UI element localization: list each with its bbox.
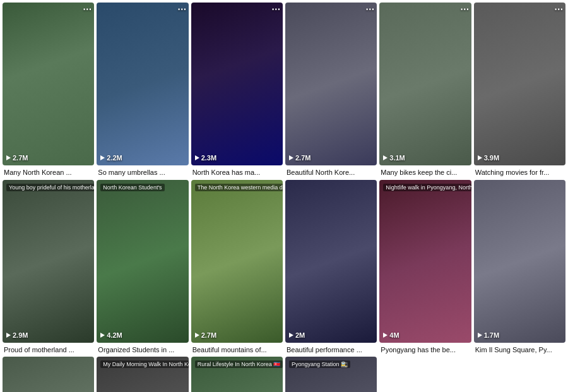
video-thumbnail: Pyongyang Station 🚉1.1M (285, 357, 377, 392)
more-button[interactable]: ⋯ (271, 5, 280, 14)
video-thumbnail: ⋯2.3M (191, 3, 283, 165)
view-count-text: 2.7M (295, 154, 311, 162)
video-title: Watching movies for fr... (474, 168, 565, 177)
video-title: Kim Il Sung Square, Py... (474, 345, 565, 354)
view-count-text: 2.3M (201, 154, 216, 162)
play-icon (383, 155, 388, 160)
view-count-text: 2.7M (201, 331, 216, 339)
video-item[interactable]: Nightlife walk in Pyongyang, North Korea… (379, 180, 471, 355)
overlay-text: Nightlife walk in Pyongyang, North Korea… (383, 184, 471, 191)
video-item[interactable]: My Daily Morning Walk In North Korea 😊45… (97, 357, 188, 392)
video-item[interactable]: ⋯2.7MMany North Korean ... (3, 3, 94, 177)
video-title: Beautiful North Kore... (285, 168, 377, 177)
play-icon (478, 333, 482, 338)
view-count-text: 4.2M (107, 331, 122, 339)
video-item[interactable]: ⋯3.9MWatching movies for fr... (474, 3, 565, 177)
overlay-text: North Korean Student's (100, 184, 164, 191)
video-thumbnail: The North Korea western media doesn't sh… (191, 180, 283, 343)
overlay-text: Pyongyang Station 🚉 (289, 360, 350, 368)
video-thumbnail: ⋯3.1M (379, 3, 471, 165)
play-icon (100, 333, 105, 338)
video-item[interactable]: 1.7MKim Il Sung Square, Py... (474, 180, 565, 355)
video-item[interactable]: ⋯2.2MSo many umbrellas ... (97, 3, 188, 177)
video-item[interactable]: Rural Lifestyle In North Korea 🇰🇵2.2MBea… (191, 357, 283, 392)
video-thumbnail: ⋯3.9M (474, 3, 565, 165)
view-count: 2.3M (195, 154, 216, 162)
video-item[interactable]: Pyongyang Station 🚉1.1MPyongyang station… (285, 357, 377, 392)
play-icon (195, 155, 199, 160)
video-item[interactable]: Young boy prideful of his motherland!2.9… (3, 180, 94, 355)
video-thumbnail: Young boy prideful of his motherland!2.9… (3, 180, 94, 343)
video-thumbnail: 2M (285, 180, 377, 343)
view-count: 3.1M (383, 154, 405, 162)
video-title: Beautiful performance ... (285, 345, 377, 354)
view-count: 2.9M (6, 331, 28, 339)
video-title: Many North Korean ... (3, 168, 94, 177)
play-icon (383, 333, 388, 338)
view-count: 4.2M (100, 331, 122, 339)
view-count: 2.2M (100, 154, 122, 162)
view-count: 2.7M (195, 331, 216, 339)
view-count-text: 2M (295, 331, 305, 339)
video-title: Many bikes keep the ci... (379, 168, 471, 177)
view-count-text: 2.7M (13, 154, 28, 162)
video-item[interactable]: 2MBeautiful performance ... (285, 180, 377, 355)
video-item[interactable]: The North Korea western media doesn't sh… (191, 180, 283, 355)
view-count-text: 4M (389, 331, 399, 339)
view-count: 2.7M (6, 154, 28, 162)
more-button[interactable]: ⋯ (177, 5, 186, 14)
play-icon (195, 333, 199, 338)
play-icon (289, 333, 293, 338)
play-icon (289, 155, 293, 160)
video-thumbnail: ⋯2.7M (285, 3, 377, 165)
play-icon (478, 155, 482, 160)
video-thumbnail: North Korean Student's4.2M (97, 180, 188, 343)
video-item[interactable]: ⋯2.7MBeautiful North Kore... (285, 3, 377, 177)
more-button[interactable]: ⋯ (83, 5, 92, 14)
more-button[interactable]: ⋯ (554, 5, 563, 14)
video-thumbnail: My Daily Morning Walk In North Korea 😊45… (97, 357, 188, 392)
video-item[interactable]: North Korean Student's4.2MOrganized Stud… (97, 180, 188, 355)
video-thumbnail: Rural Lifestyle In North Korea 🇰🇵2.2M (191, 357, 283, 392)
video-title: So many umbrellas ... (97, 168, 188, 177)
play-icon (6, 155, 11, 160)
video-title: Organized Students in ... (97, 345, 188, 354)
view-count: 1.7M (478, 331, 499, 339)
more-button[interactable]: ⋯ (365, 5, 374, 14)
video-thumbnail: 1.4M🔇 (3, 357, 94, 392)
view-count: 2.7M (289, 154, 311, 162)
video-item[interactable]: ⋯2.3MNorth Korea has ma... (191, 3, 283, 177)
video-title: Pyongyang has the be... (379, 345, 471, 354)
video-thumbnail: 1.7M (474, 180, 565, 343)
video-item[interactable]: ⋯3.1MMany bikes keep the ci... (379, 3, 471, 177)
view-count-text: 1.7M (484, 331, 499, 339)
play-icon (6, 333, 11, 338)
overlay-text: Rural Lifestyle In North Korea 🇰🇵 (195, 360, 283, 368)
view-count: 4M (383, 331, 399, 339)
overlay-text: My Daily Morning Walk In North Korea 😊 (100, 360, 188, 368)
video-grid: ⋯2.7MMany North Korean ...⋯2.2MSo many u… (0, 0, 568, 392)
video-title: Beautiful mountains of... (191, 345, 283, 354)
view-count: 2M (289, 331, 305, 339)
view-count-text: 3.9M (484, 154, 499, 162)
overlay-text: Young boy prideful of his motherland! (6, 184, 94, 191)
video-thumbnail: Nightlife walk in Pyongyang, North Korea… (379, 180, 471, 343)
more-button[interactable]: ⋯ (460, 5, 469, 14)
play-icon (100, 155, 105, 160)
overlay-text: The North Korea western media doesn't sh… (195, 184, 283, 191)
video-title: Proud of motherland ... (3, 345, 94, 354)
video-title: North Korea has ma... (191, 168, 283, 177)
video-thumbnail: ⋯2.7M (3, 3, 94, 165)
video-thumbnail: ⋯2.2M (97, 3, 188, 165)
view-count-text: 3.1M (389, 154, 405, 162)
view-count-text: 2.2M (107, 154, 122, 162)
video-item[interactable]: 1.4M🔇Beautiful cable cars of ... (3, 357, 94, 392)
view-count-text: 2.9M (13, 331, 28, 339)
view-count: 3.9M (478, 154, 499, 162)
